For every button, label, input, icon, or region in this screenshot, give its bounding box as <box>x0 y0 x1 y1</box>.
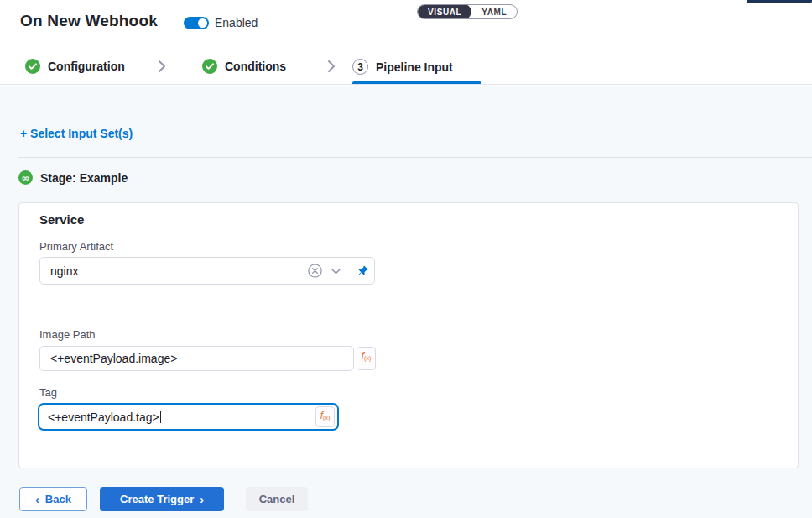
enabled-toggle[interactable] <box>184 17 209 29</box>
page-title: On New Webhook <box>20 12 158 30</box>
service-card: Service Primary Artifact <box>18 202 799 468</box>
page-body: + Select Input Set(s) ∞ Stage: Example S… <box>0 86 812 518</box>
primary-artifact-select[interactable] <box>39 257 375 285</box>
stage-label: Stage: Example <box>40 171 128 185</box>
create-trigger-label: Create Trigger <box>120 493 194 505</box>
cancel-button[interactable]: Cancel <box>246 487 308 511</box>
image-path-row: f (x) <box>39 346 376 371</box>
chevron-right-icon <box>156 60 168 73</box>
pin-icon[interactable] <box>351 258 374 284</box>
tag-input-text[interactable]: <+eventPayload.tag> <box>39 411 315 424</box>
top-right-partial-button[interactable] <box>747 0 812 3</box>
back-button-label: Back <box>45 493 71 505</box>
chevron-right-icon: › <box>200 494 204 505</box>
step-conditions[interactable]: Conditions <box>202 59 286 74</box>
step-configuration[interactable]: Configuration <box>25 59 125 74</box>
trigger-wizard-screen: On New Webhook Enabled VISUAL YAML Confi… <box>0 0 812 518</box>
check-circle-icon <box>25 59 40 74</box>
fx-subscript: (x) <box>364 355 371 361</box>
enabled-toggle-label: Enabled <box>215 16 258 29</box>
step-pipeline-input[interactable]: 3 Pipeline Input <box>352 59 453 75</box>
toggle-knob <box>198 18 207 28</box>
tag-label: Tag <box>39 386 57 399</box>
fx-subscript: (x) <box>323 415 330 421</box>
visual-yaml-switch: VISUAL YAML <box>417 4 518 19</box>
check-circle-icon <box>202 59 217 74</box>
step-number: 3 <box>352 59 368 75</box>
step-label: Pipeline Input <box>376 60 453 74</box>
stage-row: ∞ Stage: Example <box>18 170 128 185</box>
primary-artifact-input[interactable] <box>40 264 308 278</box>
step-label: Conditions <box>225 60 286 73</box>
back-button[interactable]: ‹ Back <box>19 487 87 511</box>
select-input-sets-link[interactable]: + Select Input Set(s) <box>20 127 133 140</box>
divider <box>18 157 812 158</box>
tab-yaml[interactable]: YAML <box>471 4 517 19</box>
active-tab-underline <box>352 81 481 84</box>
cancel-button-label: Cancel <box>259 493 295 505</box>
expression-fx-icon[interactable]: f (x) <box>315 406 335 427</box>
chevron-down-icon[interactable] <box>331 268 341 275</box>
step-label: Configuration <box>48 60 125 73</box>
primary-artifact-label: Primary Artifact <box>39 240 113 253</box>
text-cursor <box>160 411 161 423</box>
service-card-title: Service <box>39 212 84 227</box>
tag-value: <+eventPayload.tag> <box>48 411 159 424</box>
chevron-left-icon: ‹ <box>35 494 39 505</box>
create-trigger-button[interactable]: Create Trigger › <box>100 487 224 511</box>
tab-visual[interactable]: VISUAL <box>418 4 471 19</box>
clear-icon[interactable] <box>308 264 322 278</box>
chevron-right-icon <box>325 60 337 73</box>
image-path-label: Image Path <box>39 328 96 341</box>
tag-input-focused[interactable]: <+eventPayload.tag> f (x) <box>38 403 339 431</box>
expression-fx-icon[interactable]: f (x) <box>357 347 376 370</box>
header: On New Webhook Enabled VISUAL YAML Confi… <box>0 0 812 85</box>
image-path-input[interactable] <box>39 346 354 371</box>
cd-stage-icon: ∞ <box>18 170 33 185</box>
